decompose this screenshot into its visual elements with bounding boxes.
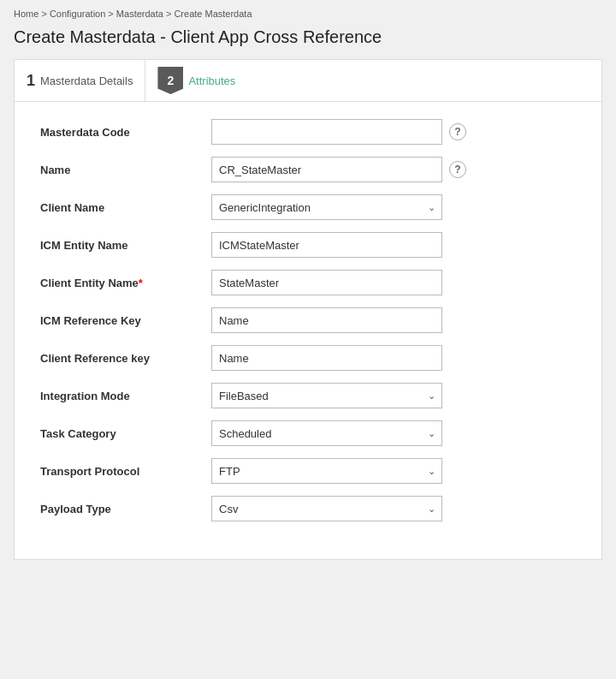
tab2-badge: 2 [157, 67, 183, 94]
tab1-label: Masterdata Details [40, 74, 133, 87]
masterdata-code-help-icon[interactable]: ? [449, 123, 466, 140]
tab-masterdata-details[interactable]: 1 Masterdata Details [15, 60, 145, 101]
name-label: Name [40, 164, 211, 176]
icm-entity-name-row: ICM Entity Name [40, 232, 576, 258]
breadcrumb: Home > Configuration > Masterdata > Crea… [14, 9, 602, 19]
integration-mode-select[interactable]: FileBased [211, 383, 442, 408]
task-category-label: Task Category [40, 427, 211, 440]
name-help-icon[interactable]: ? [449, 161, 466, 178]
breadcrumb-text: Home > Configuration > Masterdata > Crea… [14, 9, 252, 19]
tab-attributes[interactable]: 2 Attributes [145, 60, 247, 101]
client-reference-key-input[interactable] [211, 345, 442, 371]
form-container: Masterdata Code ? Name ? Client Name Gen… [14, 101, 602, 560]
integration-mode-row: Integration Mode FileBased ⌄ [40, 383, 576, 408]
client-name-label: Client Name [40, 201, 211, 214]
client-name-row: Client Name GenericIntegration ⌄ [40, 194, 576, 220]
masterdata-code-label: Masterdata Code [40, 126, 211, 139]
icm-reference-key-row: ICM Reference Key [40, 307, 576, 333]
client-reference-key-row: Client Reference key [40, 345, 576, 371]
client-entity-name-label: Client Entity Name* [40, 277, 211, 289]
page-wrapper: Home > Configuration > Masterdata > Crea… [0, 0, 616, 577]
client-entity-name-input[interactable] [211, 270, 442, 295]
client-name-select[interactable]: GenericIntegration [211, 194, 442, 220]
icm-entity-name-input[interactable] [211, 232, 442, 258]
required-star: * [139, 277, 143, 289]
payload-type-select[interactable]: Csv [211, 496, 442, 521]
icm-reference-key-label: ICM Reference Key [40, 314, 211, 327]
payload-type-label: Payload Type [40, 503, 211, 515]
tabs-header: 1 Masterdata Details 2 Attributes [14, 59, 602, 101]
integration-mode-label: Integration Mode [40, 390, 211, 402]
name-row: Name ? [40, 157, 576, 182]
icm-entity-name-label: ICM Entity Name [40, 239, 211, 252]
transport-protocol-label: Transport Protocol [40, 465, 211, 478]
client-reference-key-label: Client Reference key [40, 352, 211, 365]
transport-protocol-row: Transport Protocol FTP ⌄ [40, 458, 576, 484]
tab2-label: Attributes [188, 74, 235, 87]
name-input[interactable] [211, 157, 442, 182]
payload-type-select-wrapper: Csv ⌄ [211, 496, 442, 521]
transport-protocol-select[interactable]: FTP [211, 458, 442, 484]
integration-mode-select-wrapper: FileBased ⌄ [211, 383, 442, 408]
client-name-select-wrapper: GenericIntegration ⌄ [211, 194, 442, 220]
client-entity-name-row: Client Entity Name* [40, 270, 576, 295]
icm-reference-key-input[interactable] [211, 307, 442, 333]
payload-type-row: Payload Type Csv ⌄ [40, 496, 576, 521]
task-category-select-wrapper: Scheduled ⌄ [211, 420, 442, 446]
tab1-number: 1 [27, 72, 35, 90]
masterdata-code-row: Masterdata Code ? [40, 119, 576, 145]
task-category-row: Task Category Scheduled ⌄ [40, 420, 576, 446]
masterdata-code-input[interactable] [211, 119, 442, 145]
page-title: Create Masterdata - Client App Cross Ref… [14, 27, 602, 47]
task-category-select[interactable]: Scheduled [211, 420, 442, 446]
transport-protocol-select-wrapper: FTP ⌄ [211, 458, 442, 484]
